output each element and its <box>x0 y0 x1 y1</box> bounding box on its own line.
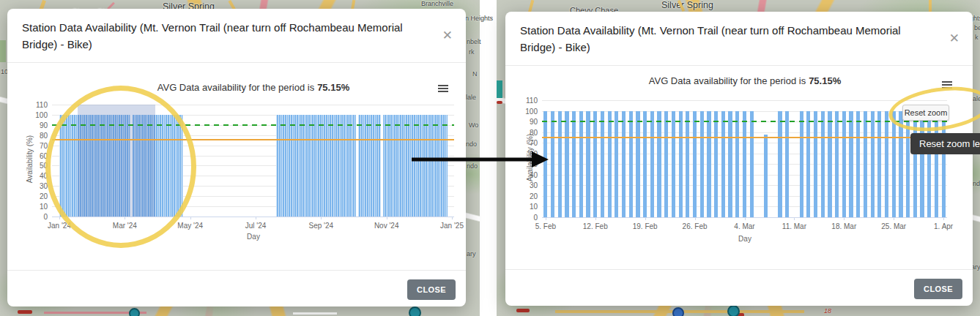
map-marker <box>516 309 530 312</box>
y-tick-label: 100 <box>514 108 538 116</box>
bar <box>728 111 732 217</box>
map-fragment: Wo <box>469 121 478 129</box>
x-tick-mark <box>546 217 546 220</box>
x-tick-mark <box>190 217 191 219</box>
x-tick-mark <box>595 217 596 220</box>
dialog-footer: CLOSE <box>7 270 466 306</box>
bar <box>814 111 817 217</box>
y-tick-label: 90 <box>514 118 538 126</box>
map-fragment: k <box>975 34 979 41</box>
ref-line-solid <box>542 137 947 138</box>
bar <box>629 111 633 217</box>
bar <box>601 111 604 217</box>
close-button[interactable]: CLOSE <box>914 279 962 299</box>
y-tick-label: 100 <box>24 111 48 119</box>
bar <box>693 111 697 217</box>
x-tick-label: 19. Feb <box>623 222 667 230</box>
bar <box>778 111 782 217</box>
map-fragment: N <box>472 70 478 78</box>
chart-title: AVG Data availability for the period is7… <box>591 75 899 86</box>
x-tick-label: Nov '24 <box>365 222 409 230</box>
x-tick-label: 4. Mar <box>723 222 767 230</box>
bar <box>572 111 576 217</box>
y-tick-label: 20 <box>514 192 538 200</box>
map-fragment: rk <box>469 48 475 56</box>
chart-title-text: AVG Data availability for the period is <box>157 82 314 93</box>
road-decor <box>293 312 337 315</box>
chart-title-text: AVG Data availability for the period is <box>649 75 806 86</box>
x-tick-mark <box>943 217 944 220</box>
x-tick-label: 25. Mar <box>872 222 916 230</box>
x-tick-mark <box>645 217 646 220</box>
bar <box>657 111 661 217</box>
bar <box>871 111 875 217</box>
x-tick-mark <box>387 217 387 219</box>
bar <box>849 111 853 217</box>
bar <box>800 111 803 217</box>
x-tick-mark <box>452 217 453 219</box>
y-tick-label: 80 <box>514 129 538 137</box>
bar <box>672 111 675 217</box>
y-tick-label: 40 <box>24 172 48 180</box>
bar <box>650 111 654 217</box>
avg-value: 75.15% <box>317 82 349 93</box>
y-tick-label: 0 <box>514 214 538 222</box>
bar <box>785 111 789 217</box>
arrow-annotation <box>407 146 551 173</box>
x-tick-mark <box>59 217 60 219</box>
x-tick-mark <box>894 217 894 220</box>
bar <box>615 111 618 217</box>
y-tick-label: 0 <box>24 213 48 221</box>
chart-menu-icon[interactable] <box>438 83 450 94</box>
close-button[interactable]: CLOSE <box>407 279 456 300</box>
map-marker <box>497 80 502 98</box>
x-tick-mark <box>794 217 795 220</box>
bar <box>735 111 739 217</box>
map-fragment: lale <box>466 94 476 101</box>
bar <box>750 111 754 217</box>
bar <box>558 111 562 217</box>
road-decor <box>0 40 6 62</box>
x-tick-mark <box>695 217 696 220</box>
bar <box>565 111 568 217</box>
x-tick-mark <box>844 217 844 220</box>
x-tick-label: Jul '24 <box>234 222 278 230</box>
grid-line <box>542 100 947 101</box>
map-marker <box>18 310 32 314</box>
y-tick-label: 30 <box>24 182 48 190</box>
bar <box>835 111 839 217</box>
x-tick-label: 12. Feb <box>573 222 617 230</box>
x-tick-mark <box>256 217 256 219</box>
bar <box>864 111 867 217</box>
availability-chart-zoomed[interactable]: AVG Data availability for the period is7… <box>505 12 973 306</box>
station-data-availability-dialog: Station Data Availability (Mt. Vernon Tr… <box>505 12 973 306</box>
map-marker <box>672 307 684 316</box>
y-tick-label: 10 <box>24 203 48 211</box>
map-fragment: nbelt <box>467 38 481 45</box>
y-tick-label: 80 <box>24 132 48 140</box>
x-tick-label: Sep '24 <box>299 222 343 230</box>
bar-gap <box>381 115 383 217</box>
bar <box>707 111 710 217</box>
bar <box>842 111 846 217</box>
y-tick-label: 30 <box>514 181 538 189</box>
bar <box>885 111 888 217</box>
map-fragment: 18 <box>824 307 831 315</box>
reset-zoom-tooltip: Reset zoom leve <box>910 133 980 154</box>
x-tick-label: 1. Apr <box>921 222 965 230</box>
bar <box>806 111 810 217</box>
bar <box>743 111 746 217</box>
map-fragment: ary <box>467 250 476 257</box>
y-tick-label: 90 <box>24 121 48 129</box>
ref-line-dashed <box>542 121 947 122</box>
x-tick-label: Jan '25 <box>430 222 474 230</box>
x-tick-label: 11. Mar <box>772 222 816 230</box>
avg-value: 75.15% <box>809 75 841 86</box>
y-tick-label: 10 <box>514 203 538 211</box>
bar <box>679 111 683 217</box>
bar <box>877 111 881 217</box>
map-marker <box>409 306 421 316</box>
map-fragment: nd <box>973 180 980 187</box>
bar <box>821 111 825 217</box>
bar <box>643 111 647 217</box>
